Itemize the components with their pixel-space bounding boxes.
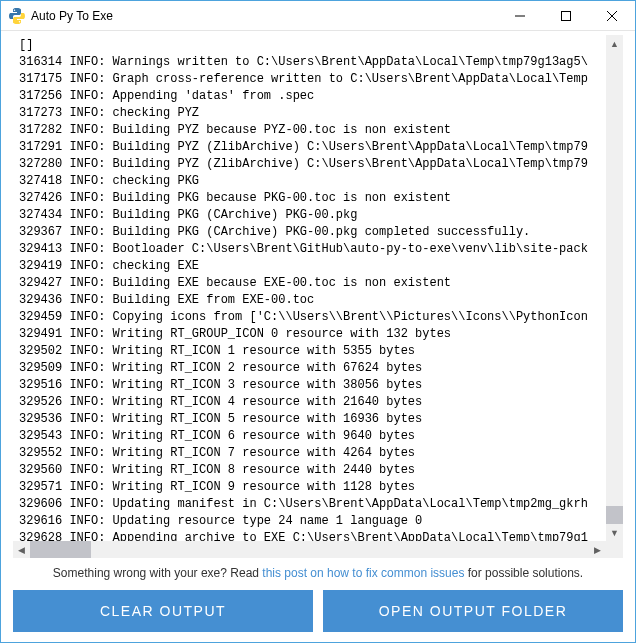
hint-prefix: Something wrong with your exe? Read [53,566,262,580]
window-controls [497,1,635,30]
log-container: [] 316314 INFO: Warnings written to C:\U… [13,35,623,558]
hint-suffix: for possible solutions. [464,566,583,580]
vscroll-thumb[interactable] [606,506,623,524]
maximize-button[interactable] [543,1,589,30]
close-button[interactable] [589,1,635,30]
hint-link[interactable]: this post on how to fix common issues [262,566,464,580]
minimize-button[interactable] [497,1,543,30]
window-title: Auto Py To Exe [31,9,497,23]
log-output[interactable]: [] 316314 INFO: Warnings written to C:\U… [13,35,623,541]
horizontal-scrollbar[interactable]: ◀ ▶ [13,541,606,558]
content-area: [] 316314 INFO: Warnings written to C:\U… [1,31,635,642]
vertical-scrollbar[interactable]: ▲ ▼ [606,35,623,541]
scroll-up-icon[interactable]: ▲ [606,35,623,52]
button-row: CLEAR OUTPUT OPEN OUTPUT FOLDER [13,590,623,632]
app-icon [9,8,25,24]
open-output-folder-button[interactable]: OPEN OUTPUT FOLDER [323,590,623,632]
titlebar: Auto Py To Exe [1,1,635,31]
scroll-right-icon[interactable]: ▶ [589,541,606,558]
scrollbar-corner [606,541,623,558]
hscroll-track[interactable] [30,541,589,558]
hint-text: Something wrong with your exe? Read this… [13,558,623,590]
hscroll-thumb[interactable] [30,541,91,558]
clear-output-button[interactable]: CLEAR OUTPUT [13,590,313,632]
vscroll-track[interactable] [606,52,623,524]
scroll-left-icon[interactable]: ◀ [13,541,30,558]
horizontal-scrollbar-row: ◀ ▶ [13,541,623,558]
scroll-down-icon[interactable]: ▼ [606,524,623,541]
svg-rect-0 [562,11,571,20]
